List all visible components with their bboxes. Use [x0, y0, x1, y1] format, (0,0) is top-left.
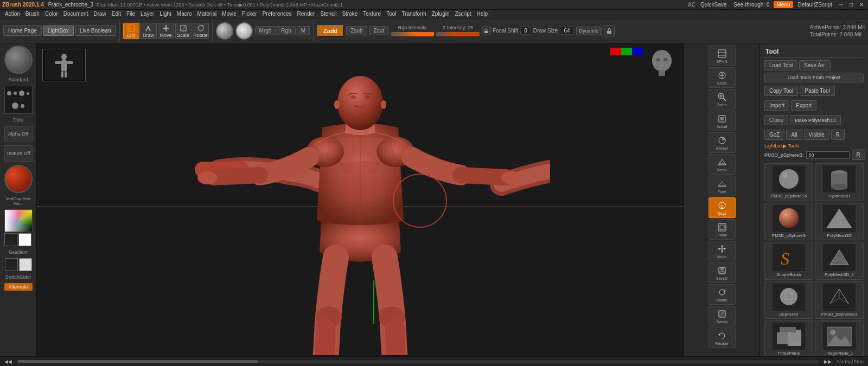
menu-item-texture[interactable]: Texture	[360, 10, 384, 17]
timeline-bar[interactable]	[17, 360, 819, 363]
viewport[interactable]	[37, 43, 684, 356]
close-icon[interactable]: ✕	[857, 2, 866, 8]
switch-bg[interactable]	[19, 258, 32, 271]
foreground-color[interactable]	[4, 233, 17, 246]
menu-item-preferences[interactable]: Preferences	[260, 10, 295, 17]
quicksave-btn[interactable]: QuickSave	[698, 1, 729, 8]
transp-btn[interactable]: Transp	[709, 306, 736, 326]
r-btn[interactable]: R	[831, 130, 845, 140]
background-color[interactable]	[18, 233, 31, 246]
tool-thumb-polymesh3d-1[interactable]: PolyMesh3D_1	[815, 242, 864, 280]
load-tool-btn[interactable]: Load Tool	[764, 60, 797, 70]
home-page-btn[interactable]: Home Page	[3, 25, 42, 36]
all-btn[interactable]: All	[786, 130, 802, 140]
aahalf-btn[interactable]: AAHalf	[709, 132, 736, 153]
material-preview[interactable]	[216, 22, 233, 40]
switch-fg[interactable]	[5, 258, 18, 271]
rotate-btn[interactable]: Rotate	[193, 23, 209, 39]
focal-shift-value[interactable]: 0	[520, 27, 531, 35]
z-intensity-slider[interactable]	[436, 32, 480, 36]
load-tools-btn[interactable]: Load Tools From Project	[764, 73, 864, 82]
see-through-btn[interactable]: See-through: 0	[731, 1, 771, 8]
menu-item-zscript[interactable]: Zscript	[452, 10, 474, 17]
zadd-btn[interactable]: Zadd	[317, 25, 344, 37]
draw-size-value[interactable]: 64	[560, 27, 573, 35]
live-boolean-btn[interactable]: Live Boolean	[75, 25, 116, 36]
tool-thumb-threeplane[interactable]: ThreePlane	[764, 320, 813, 356]
minimize-icon[interactable]: ─	[837, 2, 845, 8]
menu-item-file[interactable]: File	[124, 10, 138, 17]
menu-item-layer[interactable]: Layer	[138, 10, 157, 17]
maximize-icon[interactable]: □	[847, 2, 855, 8]
paste-tool-btn[interactable]: Paste Tool	[800, 86, 835, 96]
rotate-icon-btn[interactable]: Rotate	[709, 284, 736, 305]
menu-item-document[interactable]: Document	[61, 10, 91, 17]
spix-btn[interactable]: SPix 3	[709, 46, 736, 66]
menu-item-brush[interactable]: Brush	[23, 10, 42, 17]
lighting-preview[interactable]	[235, 22, 253, 40]
menu-item-tool[interactable]: Tool	[384, 10, 399, 17]
menu-item-movie[interactable]: Movie	[219, 10, 239, 17]
lock2-icon[interactable]	[604, 25, 615, 36]
persp-btn[interactable]: Persp	[709, 154, 736, 175]
menu-btn[interactable]: Menu	[774, 1, 793, 8]
pm3d-input[interactable]	[806, 151, 850, 159]
tool-thumb-pm3d-pspheres[interactable]: PM3D_pSphereS	[764, 203, 813, 241]
draw-btn[interactable]: Draw	[141, 23, 157, 39]
texture-off-box[interactable]: Texture Off	[4, 145, 33, 162]
color-gradient-box[interactable]	[4, 209, 33, 232]
clone-btn[interactable]: Clone	[764, 115, 788, 125]
copy-tool-btn[interactable]: Copy Tool	[764, 86, 798, 96]
material-sphere[interactable]	[4, 165, 33, 193]
move-btn[interactable]: Move	[158, 23, 174, 39]
move-icon-btn[interactable]: Move	[709, 241, 736, 261]
lock-icon[interactable]	[482, 27, 490, 35]
rgb-intensity-slider[interactable]	[391, 32, 434, 36]
quyz-btn[interactable]: Q Quyz	[709, 197, 736, 218]
pm3d-r-btn[interactable]: R	[852, 150, 865, 160]
menu-item-render[interactable]: Render	[295, 10, 318, 17]
tool-thumb-imageplane1[interactable]: ImagePlane_1	[815, 320, 864, 356]
export-btn[interactable]: Export	[791, 100, 816, 111]
visible-btn[interactable]: Visible	[804, 130, 829, 140]
tool-thumb-pm3d-pspheres3[interactable]: PM3D_pSphereS3	[815, 281, 864, 319]
menu-item-draw[interactable]: Draw	[91, 10, 108, 17]
menu-item-stroke[interactable]: Stroke	[339, 10, 360, 17]
saved-btn[interactable]: SaveD	[709, 262, 736, 283]
save-as-btn[interactable]: Save As:	[799, 60, 830, 70]
tool-thumb-cylinder3d[interactable]: Cylinder3D	[815, 163, 864, 201]
default-zscript-btn[interactable]: DefaultZScript	[795, 1, 835, 8]
brush-preview[interactable]	[4, 46, 33, 74]
zoom-btn[interactable]: Zoom	[709, 89, 736, 110]
menu-item-picker[interactable]: Picker	[239, 10, 260, 17]
import-btn[interactable]: Import	[764, 100, 789, 111]
menu-item-material[interactable]: Material	[195, 10, 220, 17]
menu-item-edit[interactable]: Edit	[109, 10, 124, 17]
tool-thumb-simplebrush[interactable]: S SimpleBrush	[764, 242, 813, 280]
alternate-btn[interactable]: Alternate	[4, 283, 33, 291]
menu-item-transform[interactable]: Transform	[399, 10, 429, 17]
menu-item-zplugin[interactable]: Zplugin	[429, 10, 452, 17]
restore-btn[interactable]: Restore	[709, 328, 736, 348]
goz-btn[interactable]: GoZ	[764, 130, 784, 140]
dynamic-btn[interactable]: Dynamic	[576, 27, 602, 35]
floor-btn[interactable]: Floor	[709, 176, 736, 196]
viewport-thumbnail[interactable]	[42, 49, 86, 81]
arrows-left[interactable]: ◀◀	[4, 359, 12, 364]
tool-thumb-polymesh3d[interactable]: PolyMesh3D	[815, 203, 864, 241]
zcut-btn[interactable]: Zcut	[369, 26, 388, 35]
menu-item-color[interactable]: Color	[42, 10, 61, 17]
menu-item-macro[interactable]: Macro	[174, 10, 195, 17]
menu-item-stencil[interactable]: Stencil	[317, 10, 339, 17]
frame-btn[interactable]: Frame	[709, 219, 736, 240]
lightbox-btn[interactable]: LightBox	[43, 25, 74, 36]
menu-item-help[interactable]: Help	[474, 10, 491, 17]
zsub-btn[interactable]: Zsub	[346, 26, 367, 35]
menu-item-action[interactable]: Action	[2, 10, 23, 17]
tool-thumb-psphere6[interactable]: pSphere6	[764, 281, 813, 319]
scroll-btn[interactable]: Scroll	[709, 67, 736, 88]
dots-brush[interactable]	[4, 86, 33, 114]
alpha-off-box[interactable]: Alpha Off	[4, 126, 33, 142]
mrgb-btn[interactable]: Mrgb	[255, 26, 276, 35]
make-polymesh-btn[interactable]: Make PolyMesh3D	[790, 115, 841, 125]
